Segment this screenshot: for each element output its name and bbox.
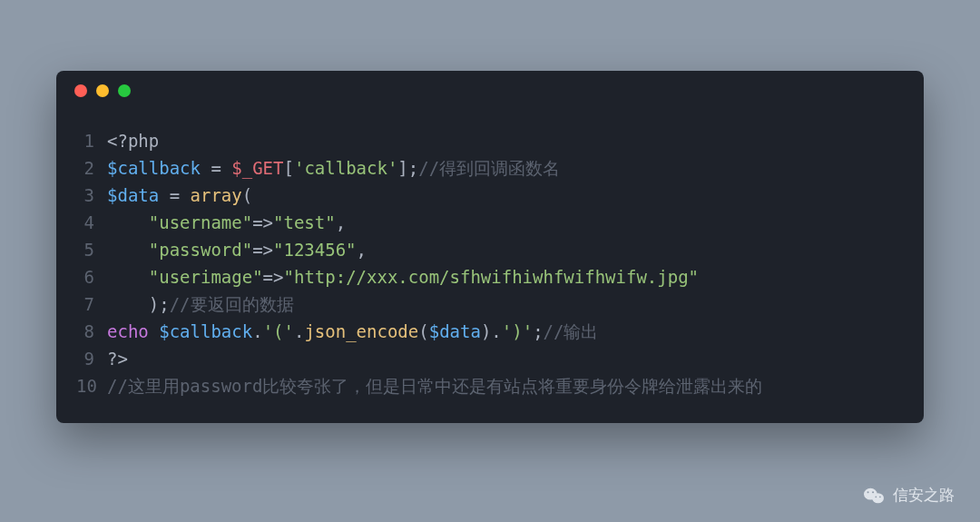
svg-point-5 [879, 496, 881, 497]
code-token: $data [107, 185, 159, 205]
svg-point-3 [872, 491, 874, 493]
code-content: $data = array( [107, 182, 904, 209]
svg-point-4 [875, 496, 877, 497]
code-token: '(' [263, 321, 294, 341]
wechat-icon [864, 487, 884, 505]
svg-point-2 [867, 491, 869, 493]
watermark-text: 信安之路 [893, 485, 955, 506]
code-token: $_GET [231, 158, 283, 178]
code-token: <?php [107, 131, 159, 151]
code-content: ?> [107, 345, 904, 372]
code-token: $callback [159, 321, 252, 341]
line-number: 4 [76, 209, 107, 236]
code-token: ; [533, 321, 543, 341]
code-token [107, 240, 149, 260]
line-number: 1 [76, 127, 107, 154]
code-token: ]; [397, 158, 418, 178]
code-token [107, 212, 149, 232]
code-line: 8echo $callback.'('.json_encode($data).'… [76, 318, 904, 345]
code-token: ( [242, 185, 252, 205]
code-token: => [263, 267, 284, 287]
code-content: $callback = $_GET['callback'];//得到回调函数名 [107, 154, 904, 182]
code-window: 1<?php2$callback = $_GET['callback'];//得… [56, 71, 924, 423]
code-content: echo $callback.'('.json_encode($data).')… [107, 318, 904, 345]
code-token: "password" [149, 240, 252, 260]
code-content: //这里用password比较夸张了，但是日常中还是有站点将重要身份令牌给泄露出… [107, 372, 904, 399]
code-token: //这里用password比较夸张了，但是日常中还是有站点将重要身份令牌给泄露出… [107, 376, 762, 396]
code-token: ?> [107, 349, 128, 369]
code-token: json_encode [304, 321, 418, 341]
code-token [149, 321, 159, 341]
line-number: 5 [76, 236, 107, 263]
code-token: . [252, 321, 262, 341]
code-line: 6 "userimage"=>"http://xxx.com/sfhwifhiw… [76, 263, 904, 291]
code-content: <?php [107, 127, 904, 154]
code-line: 5 "password"=>"123456", [76, 236, 904, 263]
code-line: 9?> [76, 345, 904, 372]
code-token: . [294, 321, 304, 341]
code-token: => [252, 240, 273, 260]
line-number: 7 [76, 291, 107, 318]
close-dot-icon[interactable] [74, 84, 87, 97]
code-content: "userimage"=>"http://xxx.com/sfhwifhiwhf… [107, 263, 904, 291]
code-token: "username" [149, 212, 252, 232]
code-token: //得到回调函数名 [418, 158, 560, 178]
code-line: 7 );//要返回的数据 [76, 291, 904, 318]
code-token: , [357, 240, 367, 260]
svg-point-1 [872, 493, 884, 503]
minimize-dot-icon[interactable] [96, 84, 109, 97]
code-token [107, 267, 149, 287]
code-line: 2$callback = $_GET['callback'];//得到回调函数名 [76, 154, 904, 182]
code-line: 4 "username"=>"test", [76, 209, 904, 236]
code-token: "123456" [273, 240, 357, 260]
code-token: echo [107, 321, 149, 341]
line-number: 6 [76, 263, 107, 291]
line-number: 3 [76, 182, 107, 209]
code-token: ( [418, 321, 428, 341]
maximize-dot-icon[interactable] [118, 84, 131, 97]
code-token: = [159, 185, 190, 205]
code-token: 'callback' [294, 158, 397, 178]
code-content: "password"=>"123456", [107, 236, 904, 263]
code-token: $data [429, 321, 481, 341]
code-content: );//要返回的数据 [107, 291, 904, 318]
line-number: 10 [76, 372, 107, 399]
code-editor[interactable]: 1<?php2$callback = $_GET['callback'];//得… [56, 111, 924, 407]
line-number: 8 [76, 318, 107, 345]
window-titlebar [56, 71, 924, 111]
code-token: , [336, 212, 346, 232]
code-token: = [201, 158, 231, 178]
code-token: ')' [502, 321, 533, 341]
watermark: 信安之路 [864, 485, 955, 506]
line-number: 9 [76, 345, 107, 372]
code-line: 10//这里用password比较夸张了，但是日常中还是有站点将重要身份令牌给泄… [76, 372, 904, 399]
code-token: //要返回的数据 [170, 294, 294, 314]
code-content: "username"=>"test", [107, 209, 904, 236]
code-token: $callback [107, 158, 201, 178]
line-number: 2 [76, 154, 107, 182]
code-token: => [252, 212, 273, 232]
code-token: "http://xxx.com/sfhwifhiwhfwifhwifw.jpg" [284, 267, 700, 287]
code-token: ). [481, 321, 502, 341]
code-token: array [191, 185, 242, 205]
code-token: ); [107, 294, 170, 314]
code-token: "userimage" [149, 267, 263, 287]
code-line: 3$data = array( [76, 182, 904, 209]
code-token: //输出 [544, 321, 599, 341]
code-token: [ [283, 158, 293, 178]
code-token: "test" [273, 212, 336, 232]
code-line: 1<?php [76, 127, 904, 154]
